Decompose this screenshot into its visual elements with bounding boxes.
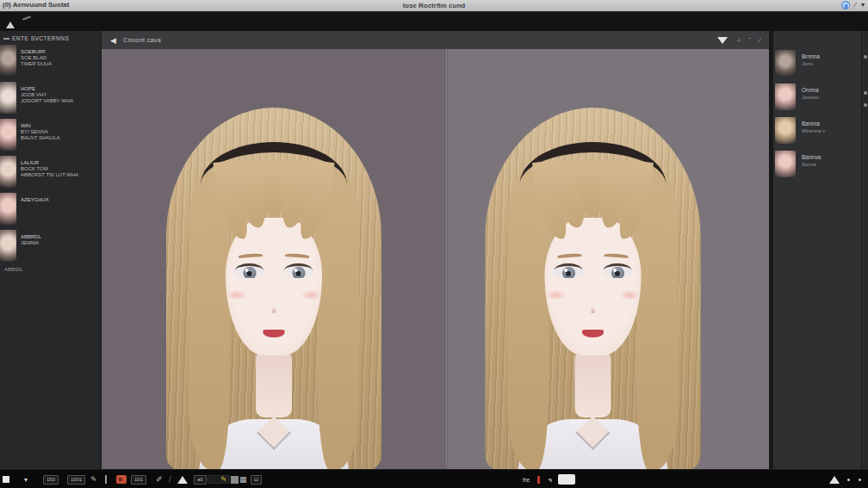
sidebar-footer-label: ABBIDL. (4, 267, 24, 272)
variant-thumbnail[interactable] (775, 83, 796, 110)
free-label[interactable]: fre (523, 470, 530, 488)
history-item[interactable]: AZEYCHUX (0, 193, 101, 225)
grid-box-icon: ▦ (239, 475, 247, 484)
v-neck (576, 416, 611, 450)
titlebar: (0) Aenvuund Sustat Iose Roctrfim cund ⁄… (0, 0, 868, 11)
portrait-photo-icon (775, 117, 796, 144)
history-item[interactable]: LALIURBOCK TOMABBOFST TSI LUT WHA (0, 156, 101, 188)
dot-icon[interactable] (859, 470, 861, 488)
mouth (264, 330, 285, 337)
compare-panel-right[interactable] (446, 49, 769, 469)
pencil-icon[interactable]: ✎ (90, 470, 97, 488)
caret-down-icon[interactable]: ▾ (861, 1, 865, 9)
slash-divider[interactable]: / (169, 470, 171, 488)
gray-square-icon (231, 476, 239, 484)
gray-square-icon[interactable] (231, 470, 239, 488)
history-item-label: AZEYCHUX (21, 197, 49, 203)
counter-box: 101 (131, 475, 146, 485)
corner-triangle-icon[interactable] (6, 22, 15, 28)
history-item-label: HOPE (21, 86, 73, 92)
variant-title: Onnna (802, 87, 819, 94)
scroll-dot-icon[interactable] (864, 103, 867, 107)
orange-swatch[interactable] (116, 470, 127, 488)
red-indicator[interactable] (537, 470, 540, 488)
tiny-caret-icon[interactable]: ◥ (548, 470, 552, 488)
free-label: fre (523, 477, 530, 483)
app-window: (0) Aenvuund Sustat Iose Roctrfim cund ⁄… (0, 0, 868, 488)
variant-item[interactable]: BannraWeenna v. (775, 117, 861, 144)
pen-icon: ✐ (156, 475, 163, 484)
blush-left (226, 290, 247, 300)
layers-box: a0 (194, 475, 207, 485)
history-item-label: SOEBURF (21, 49, 52, 55)
image-compare-canvas[interactable] (102, 49, 769, 469)
history-item[interactable]: SOEBURFSOE BLADTWER DUUA (0, 45, 101, 77)
resolution-box: 1001 (67, 475, 85, 485)
yellow-pen-icon: ✎ (220, 475, 227, 484)
play-triangle-icon[interactable] (829, 470, 840, 488)
scrollbar-column[interactable] (861, 31, 868, 469)
layers-box[interactable]: a0 (194, 470, 207, 488)
scroll-dot-icon[interactable] (864, 91, 867, 95)
display-rect-icon[interactable] (558, 470, 575, 488)
history-item[interactable]: ABBRDLJEMMA (0, 230, 101, 262)
bangs (216, 161, 332, 244)
dot-icon[interactable] (847, 470, 850, 488)
variants-sidebar: BrnnnaJonsOnnnaJossctnBannraWeenna v.Ban… (773, 31, 861, 469)
variant-item[interactable]: OnnnaJossctn (775, 83, 861, 110)
variant-thumbnail[interactable] (775, 151, 796, 177)
history-item-label: SOE BLAD (21, 55, 52, 61)
history-thumbnail[interactable] (0, 82, 16, 114)
play-triangle-icon (829, 476, 840, 484)
blush-right (620, 290, 641, 300)
pen-icon[interactable]: ✐ (156, 470, 163, 488)
history-item[interactable]: HOPEJOOB VHYJODORT VABBY WHA (0, 82, 101, 114)
history-thumbnail[interactable] (0, 45, 16, 77)
grid-box-icon[interactable]: ▦ (239, 470, 247, 488)
history-thumbnail[interactable] (0, 230, 16, 262)
portrait-photo-icon (775, 83, 796, 110)
history-thumbnail[interactable] (0, 193, 16, 225)
scroll-dot-icon[interactable] (864, 55, 867, 59)
slash-divider: / (169, 475, 171, 485)
variant-subtitle: Sonns (802, 161, 821, 168)
orange-swatch (116, 475, 127, 484)
compare-icon[interactable]: ∙¹ (736, 37, 740, 43)
pencil-icon[interactable]: ∕ (760, 37, 760, 43)
window-box-icon[interactable]: ⊡ (251, 470, 262, 488)
variant-thumbnail[interactable] (775, 117, 796, 144)
square-icon[interactable] (3, 470, 9, 488)
back-chevron-icon[interactable]: ◀ (110, 36, 116, 45)
chevron-down-icon: ▾ (24, 476, 28, 484)
nose (590, 306, 596, 313)
refresh-icon[interactable] (841, 1, 850, 9)
variant-subtitle: Weenna v. (802, 127, 826, 134)
slash-icon[interactable]: ⁄ (855, 1, 856, 9)
compare-panel-left[interactable] (102, 49, 446, 469)
dropdown-triangle-icon[interactable] (717, 37, 728, 44)
dot-icon (847, 479, 850, 481)
divider-bar[interactable] (105, 470, 107, 488)
variant-thumbnail[interactable] (775, 50, 796, 77)
bangs (536, 161, 651, 244)
eye-left (235, 263, 264, 278)
variant-item[interactable]: BannvaSonns (775, 151, 861, 177)
caret-icon[interactable]: ˇ (748, 37, 750, 43)
dot-icon (859, 479, 861, 481)
triangle-up-icon[interactable] (177, 470, 188, 488)
history-item[interactable]: WINBYI SENNABALNT SHALILA (0, 119, 101, 151)
yellow-pen-icon[interactable]: ✎ (220, 470, 227, 488)
viewer-header: ◀ Crloont cava ∙¹ ˇ ∕ (102, 31, 769, 49)
resolution-box[interactable]: 1001 (67, 470, 85, 488)
chevron-down-icon[interactable]: ▾ (24, 470, 28, 488)
history-thumbnail[interactable] (0, 156, 16, 188)
frame-count-box[interactable]: 150 (43, 470, 59, 488)
history-thumbnail[interactable] (0, 119, 16, 151)
portrait-photo-icon (775, 151, 796, 177)
counter-box[interactable]: 101 (131, 470, 146, 488)
history-item-label: BOCK TOM (21, 166, 78, 172)
neck (575, 350, 611, 417)
variant-item[interactable]: BrnnnaJons (775, 50, 861, 77)
blush-left (546, 290, 567, 300)
divider-bar (105, 475, 107, 484)
